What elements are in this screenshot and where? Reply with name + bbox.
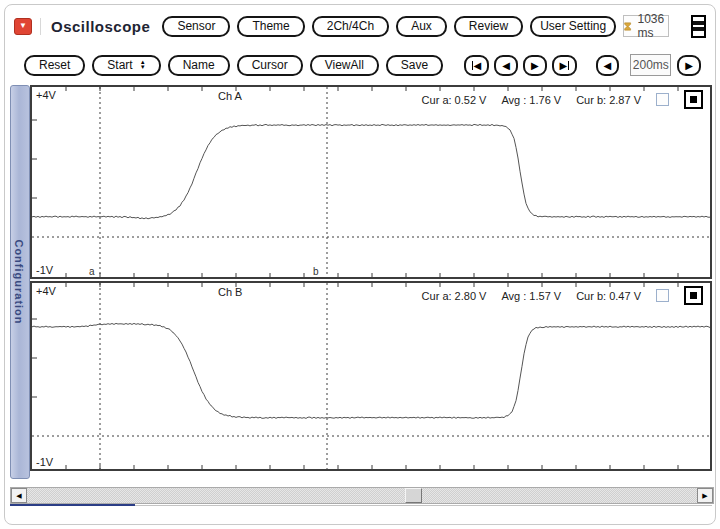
configuration-panel-handle[interactable]: Configuration xyxy=(10,85,30,479)
user-setting-button[interactable]: User Setting xyxy=(530,16,616,37)
prev-icon: ◀ xyxy=(502,60,510,71)
prev-icon: ◀ xyxy=(473,60,481,71)
channel-a-vmin-label: -1V xyxy=(36,264,53,276)
channel-b-waveform xyxy=(32,283,710,469)
scroll-right-icon[interactable]: ▶ xyxy=(697,488,713,503)
timebase-field[interactable]: 200ms xyxy=(630,54,671,76)
timebase-increase-button[interactable]: ▶ xyxy=(677,55,701,76)
skip-first-button[interactable]: ◀ xyxy=(464,55,489,76)
channel-a-waveform xyxy=(32,87,710,277)
next-icon: ▶ xyxy=(531,60,539,71)
channel-a-checkbox[interactable] xyxy=(656,93,669,106)
channel-a-vmax-label: +4V xyxy=(36,89,56,101)
elapsed-time-value: 1036 ms xyxy=(638,12,669,40)
step-forward-button[interactable]: ▶ xyxy=(523,55,547,76)
review-button[interactable]: Review xyxy=(454,16,523,37)
channel-a-display-button[interactable] xyxy=(684,90,703,109)
horizontal-scrollbar[interactable]: ◀ ▶ xyxy=(10,487,714,504)
header-bar: ▼ Oscilloscope Sensor Theme 2Ch/4Ch Aux … xyxy=(14,13,706,39)
aux-button[interactable]: Aux xyxy=(396,16,447,37)
oscilloscope-app: ▼ Oscilloscope Sensor Theme 2Ch/4Ch Aux … xyxy=(0,0,720,529)
channel-a-cur-b: Cur b: 2.87 V xyxy=(576,94,641,106)
toolbar: Reset Start ▲ ▼ Name Cursor ViewAll Save… xyxy=(24,52,706,78)
channel-b-title: Ch B xyxy=(218,286,242,298)
skip-last-button[interactable]: ▶ xyxy=(552,55,577,76)
next-icon: ▶ xyxy=(560,60,568,71)
channel-mode-button[interactable]: 2Ch/4Ch xyxy=(312,16,389,37)
elapsed-time-field: 1036 ms xyxy=(623,15,669,37)
timebase-decrease-button[interactable]: ◀ xyxy=(596,55,620,76)
channel-b-cur-a: Cur a: 2.80 V xyxy=(422,290,487,302)
scroll-left-icon[interactable]: ◀ xyxy=(11,488,27,503)
theme-button[interactable]: Theme xyxy=(237,16,304,37)
start-label: Start xyxy=(107,58,132,72)
right-icon: ▶ xyxy=(685,60,693,71)
channel-b-cur-b: Cur b: 0.47 V xyxy=(576,290,641,302)
configuration-label: Configuration xyxy=(13,239,25,324)
reset-button[interactable]: Reset xyxy=(24,55,85,76)
channel-b-vmin-label: -1V xyxy=(36,456,53,468)
channel-b-panel: +4V -1V Ch B Cur a: 2.80 V Avg : 1.57 V … xyxy=(30,281,712,471)
cursor-b-label: b xyxy=(313,266,319,277)
channel-b-vmax-label: +4V xyxy=(36,285,56,297)
progress-indicator xyxy=(10,504,135,506)
page-title: Oscilloscope xyxy=(40,18,162,35)
channel-a-cur-a: Cur a: 0.52 V xyxy=(422,94,487,106)
channel-a-panel: +4V -1V Ch A Cur a: 0.52 V Avg : 1.76 V … xyxy=(30,85,712,279)
name-button[interactable]: Name xyxy=(168,55,230,76)
save-button[interactable]: Save xyxy=(386,55,443,76)
waveform-trace xyxy=(32,323,710,418)
hourglass-icon xyxy=(624,20,631,33)
channel-a-readings: Cur a: 0.52 V Avg : 1.76 V Cur b: 2.87 V xyxy=(422,90,703,109)
dropdown-icon: ▼ xyxy=(19,22,27,30)
start-spinner-icon: ▲ ▼ xyxy=(140,60,146,70)
window-layout-icon[interactable] xyxy=(691,15,706,38)
left-icon: ◀ xyxy=(604,60,612,71)
channel-a-title: Ch A xyxy=(218,90,242,102)
channel-b-readings: Cur a: 2.80 V Avg : 1.57 V Cur b: 0.47 V xyxy=(422,286,703,305)
cursor-a-label: a xyxy=(89,266,95,277)
channel-b-avg: Avg : 1.57 V xyxy=(501,290,561,302)
start-button[interactable]: Start ▲ ▼ xyxy=(92,55,160,76)
viewall-button[interactable]: ViewAll xyxy=(310,55,379,76)
step-back-button[interactable]: ◀ xyxy=(494,55,518,76)
waveform-trace xyxy=(32,124,710,218)
channel-b-checkbox[interactable] xyxy=(656,289,669,302)
scrollbar-thumb[interactable] xyxy=(405,488,422,503)
sensor-button[interactable]: Sensor xyxy=(162,16,230,37)
channel-b-display-button[interactable] xyxy=(684,286,703,305)
app-menu-button[interactable]: ▼ xyxy=(14,18,32,35)
cursor-button[interactable]: Cursor xyxy=(237,55,303,76)
channel-a-avg: Avg : 1.76 V xyxy=(501,94,561,106)
